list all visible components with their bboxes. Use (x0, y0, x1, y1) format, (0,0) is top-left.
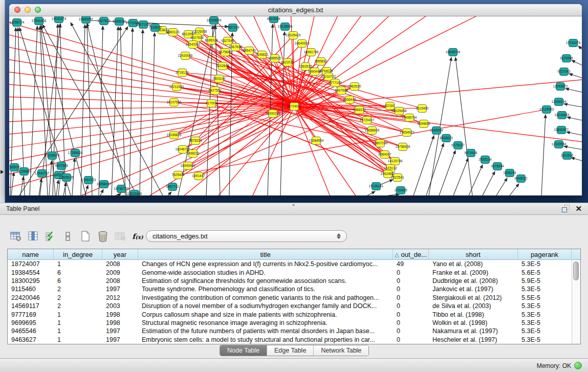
network-node-label: 8822037 (281, 60, 294, 64)
network-node-label: 9242848 (216, 64, 229, 68)
network-node-label: 8860123 (166, 30, 180, 34)
table-row[interactable]: 1938455462009Genome-wide association stu… (8, 268, 572, 276)
network-node-label: 1588520 (268, 56, 281, 60)
table-cell: 49 (393, 260, 429, 268)
network-edge (571, 158, 582, 161)
modify-table-settings-icon[interactable] (9, 230, 23, 243)
network-edge (294, 16, 316, 106)
network-node-label: 16033809 (207, 18, 222, 22)
table-cell: Jankovic et al. (1997) (429, 286, 518, 293)
column-header-pagerank[interactable]: pagerank (518, 249, 572, 259)
network-canvas[interactable]: 1872400774638228860123891295423226058932… (9, 16, 582, 195)
table-row[interactable]: 977716911998Corpus callosum shape and si… (8, 310, 572, 318)
network-node-label: 17957223 (81, 178, 96, 182)
network-edge (564, 146, 582, 149)
network-edge (413, 136, 434, 195)
network-edge (56, 180, 58, 195)
network-node-label: 12444194 (552, 100, 567, 103)
table-cell: 1 (54, 327, 102, 335)
tab-network-table[interactable]: Network Table (314, 345, 368, 356)
float-panel-icon[interactable] (562, 205, 570, 213)
table-row[interactable]: 1456911722003Disruption of a novel membe… (8, 302, 572, 310)
network-edge (49, 161, 52, 195)
network-node-label: 8990448 (308, 70, 321, 73)
network-node-label: 8454749 (243, 49, 256, 52)
network-node-label: 9699695 (417, 122, 430, 125)
close-panel-icon[interactable]: ✕ (575, 205, 582, 213)
network-node-label: 19041374 (52, 17, 67, 20)
table-row[interactable]: 1872400712008Changes of HCN gene express… (8, 260, 572, 268)
column-header-year[interactable]: year (102, 249, 138, 259)
column-header-in_degree[interactable]: in_degree (54, 249, 102, 259)
network-node-label: 18807249 (373, 141, 388, 145)
network-edge (483, 171, 495, 195)
citation-network-graph[interactable]: 1872400774638228860123891295423226058932… (9, 16, 582, 195)
table-cell: 1998 (102, 311, 138, 318)
node-table: namein_degreeyeartitle△out_de...shortpag… (7, 249, 581, 344)
table-cell: 1997 (102, 286, 138, 293)
network-node-label: 9175685 (219, 50, 232, 54)
table-cell: 0 (393, 327, 429, 335)
network-node-label: 1585051 (9, 165, 21, 169)
table-cell: 0 (393, 277, 429, 285)
table-cell: Tibbo et al. (1998) (429, 311, 518, 318)
column-header-short[interactable]: short (429, 249, 518, 259)
table-cell: 0 (393, 319, 429, 326)
table-scrollbar-thumb[interactable] (573, 261, 579, 280)
network-node-label: 9474444 (464, 151, 477, 155)
row-height-icon[interactable] (61, 230, 75, 243)
memory-status-indicator[interactable] (574, 362, 582, 369)
tab-node-table[interactable]: Node Table (220, 345, 267, 356)
network-node-label: 16961758 (304, 50, 319, 54)
table-row[interactable]: 969969511998Structural magnetic resonanc… (8, 319, 572, 327)
network-node-label: 7857224 (226, 26, 239, 29)
column-header-out_de[interactable]: △out_de... (393, 249, 429, 259)
network-node-label: 14055724 (10, 20, 25, 24)
splitter-handle[interactable] (292, 204, 295, 206)
network-node-label: 17359924 (68, 151, 83, 155)
tab-edge-table[interactable]: Edge Table (267, 345, 314, 356)
network-node-label: 10688609 (365, 128, 380, 132)
delete-table-icon[interactable] (96, 230, 110, 243)
table-cell: Genome-wide association studies in ADHD. (138, 269, 393, 276)
table-cell: 5.3E-5 (518, 302, 572, 310)
network-node-label: 12093872 (553, 84, 568, 88)
panel-collapse-arrow[interactable] (1, 170, 4, 174)
network-edge (496, 178, 507, 195)
table-cell: 9463627 (8, 336, 54, 343)
network-window-titlebar[interactable]: citations_edges.txt (9, 4, 582, 16)
network-node-label: 1498222 (186, 151, 200, 155)
network-node-label: 9097588 (55, 164, 68, 167)
network-node-label: 2803144 (212, 77, 226, 80)
table-toolbar: f(x) (9, 229, 148, 244)
column-header-name[interactable]: name (8, 249, 54, 259)
show-columns-icon[interactable] (27, 230, 40, 243)
table-row[interactable]: 911546021997Tourette syndrome. Phenomeno… (8, 285, 572, 293)
table-row[interactable]: 1830029562008Estimation of significance … (8, 277, 572, 285)
network-node-label: 1733426 (394, 188, 407, 192)
filter-columns-icon[interactable] (44, 230, 57, 243)
table-type-tabs: Node Table Edge Table Network Table (220, 345, 369, 356)
network-edge (99, 26, 103, 195)
table-selector-dropdown[interactable]: citations_edges.txt (146, 230, 347, 242)
network-node-label: 16046738 (176, 147, 190, 151)
function-builder-icon[interactable]: f(x) (131, 230, 144, 243)
table-cell: 5.5E-5 (518, 294, 572, 301)
status-bar: Memory: OK (0, 358, 588, 372)
table-row[interactable]: 2242004622012Investigating the contribut… (8, 294, 572, 302)
network-node-label: 12923446 (127, 192, 142, 195)
create-table-icon[interactable] (79, 230, 92, 243)
network-node-label: 19166825 (167, 133, 182, 137)
table-cell: 2008 (102, 260, 138, 268)
network-node-label: 5878334 (189, 139, 202, 142)
network-node-label: 19756928 (396, 145, 410, 148)
table-cell: Estimation of significance thresholds fo… (138, 277, 393, 285)
table-cell: 2012 (102, 294, 138, 301)
network-node-label: 1362615 (299, 64, 312, 68)
column-header-title[interactable]: title (138, 249, 393, 259)
network-edge (541, 115, 546, 195)
network-node-label: 15136141 (369, 184, 384, 188)
table-cell: 2003 (102, 302, 138, 310)
table-row[interactable]: 946554611997Estimation of the future num… (8, 327, 572, 335)
table-row[interactable]: 946362711997Embryonic stem cells: a mode… (8, 336, 572, 344)
